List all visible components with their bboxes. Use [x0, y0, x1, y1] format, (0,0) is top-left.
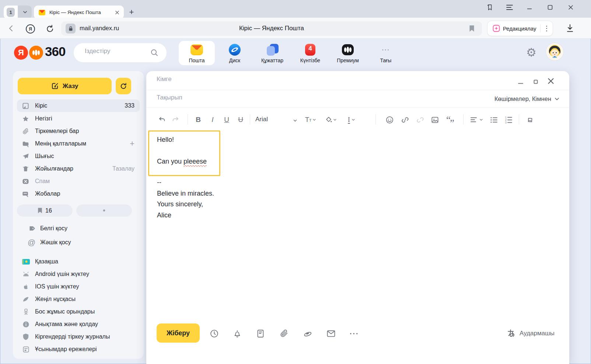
search-input[interactable]: [85, 48, 147, 55]
yandex-360-logo-icon[interactable]: [29, 46, 43, 60]
font-family-chevron-icon[interactable]: [293, 118, 297, 123]
attach-from-disk-icon[interactable]: [303, 329, 312, 338]
more-options-icon[interactable]: ⋯: [349, 329, 359, 338]
settings-gear-icon[interactable]: ⚙: [526, 46, 536, 59]
bookmarks-pill[interactable]: 16: [17, 204, 73, 217]
sidebar-item-inbox[interactable]: Кіріс 333: [17, 99, 140, 112]
numbered-list-icon[interactable]: 123: [503, 114, 514, 125]
redo-icon[interactable]: [170, 114, 181, 125]
cc-from-toggle[interactable]: Көшірмелер, Кімнен: [494, 95, 560, 102]
notify-icon[interactable]: [232, 329, 242, 338]
compose-expand-icon[interactable]: [532, 78, 540, 86]
bullet-list-icon[interactable]: [488, 114, 499, 125]
message-body-editor[interactable]: Hello! Can you pleeese -- Believe in mir…: [146, 130, 569, 322]
sidebar-item-trash[interactable]: Жойылғандар Тазалау: [17, 162, 140, 175]
tab-group-chip[interactable]: 1: [4, 6, 18, 19]
send-button[interactable]: Жіберу: [157, 323, 200, 343]
insert-image-icon[interactable]: [429, 114, 440, 125]
add-label-button[interactable]: Белгі қосу: [28, 222, 138, 235]
search-icon[interactable]: [150, 49, 158, 57]
remove-link-icon[interactable]: [415, 114, 426, 125]
bookmark-icon[interactable]: [469, 25, 475, 32]
tab-close-icon[interactable]: [115, 10, 119, 15]
font-family-select[interactable]: Arial: [255, 116, 268, 123]
service-disk[interactable]: Диск: [217, 41, 253, 65]
browser-menu-icon[interactable]: [505, 3, 514, 12]
to-field[interactable]: [157, 76, 451, 83]
sidebar-item-drafts[interactable]: Жобалар: [17, 188, 140, 200]
sidebar-item-attachments[interactable]: Тіркемелері бар: [17, 125, 140, 137]
refresh-mail-button[interactable]: [116, 78, 131, 94]
yandex-mail-favicon: [38, 9, 46, 16]
compose-close-icon[interactable]: [546, 76, 556, 86]
reload-icon[interactable]: [44, 23, 55, 34]
undo-icon[interactable]: [157, 114, 168, 125]
underline-button[interactable]: U: [221, 114, 232, 125]
compose-button[interactable]: Жазу: [18, 78, 112, 94]
edit-mode-button[interactable]: Редакциялау ⋮: [487, 21, 553, 36]
edit-menu-kebab-icon[interactable]: ⋮: [543, 24, 550, 32]
attach-from-mail-icon[interactable]: [326, 329, 336, 338]
font-size-select[interactable]: Tт: [303, 114, 318, 125]
service-mail[interactable]: Пошта: [179, 41, 215, 65]
template-icon[interactable]: [256, 329, 265, 338]
sidebar-link-help[interactable]: Анықтама және қолдау: [17, 318, 140, 330]
tab-title: Кіріс — Яндекс Пошта: [49, 10, 115, 15]
browser-tab[interactable]: Кіріс — Яндекс Пошта: [34, 6, 124, 19]
strikethrough-button[interactable]: U: [235, 114, 246, 125]
body-line-1: Hello!: [157, 136, 174, 144]
clear-trash-button[interactable]: Тазалау: [112, 165, 134, 172]
lock-icon[interactable]: [66, 24, 76, 34]
bold-button[interactable]: B: [193, 114, 204, 125]
sidebar-item-spam[interactable]: Спам: [17, 175, 140, 188]
window-close-button[interactable]: [566, 3, 576, 12]
service-docs[interactable]: Құжаттар: [254, 41, 290, 65]
yandex-logo-icon[interactable]: Я: [14, 46, 28, 60]
italic-button[interactable]: I: [207, 114, 218, 125]
clear-formatting-icon[interactable]: [524, 114, 535, 125]
dot-pill[interactable]: •: [76, 204, 132, 217]
new-tab-button[interactable]: +: [127, 7, 136, 17]
text-color-button[interactable]: I: [344, 114, 359, 125]
sidebar-item-sent[interactable]: Шығыс: [17, 150, 140, 162]
signature-line-1: Believe in miracles.: [157, 188, 214, 199]
tab-group-count: 1: [7, 8, 15, 17]
highlight-color-button[interactable]: [323, 114, 339, 125]
address-bar[interactable]: mail.yandex.ru Кіріс — Яндекс Пошта: [61, 21, 482, 36]
window-maximize-button[interactable]: [545, 3, 555, 12]
add-folder-icon[interactable]: +: [130, 139, 134, 148]
insert-link-icon[interactable]: [399, 114, 410, 125]
sidebar-link-ios[interactable]: IOS үшін жүктеу: [17, 280, 140, 293]
align-select[interactable]: [468, 114, 485, 125]
service-calendar[interactable]: 4 Күнтізбе: [292, 41, 328, 65]
window-minimize-button[interactable]: [525, 3, 534, 12]
sidebar-link-vacancies[interactable]: Бос жұмыс орындары: [17, 305, 140, 318]
compose-minimize-icon[interactable]: [517, 78, 525, 86]
tab-group-dropdown[interactable]: [18, 6, 32, 19]
yandex-browser-icon[interactable]: Я: [25, 24, 35, 34]
add-mailbox-button[interactable]: @ Жәшік қосу: [28, 236, 138, 249]
calendar-app-icon: 4: [303, 43, 317, 57]
drafts-icon: [22, 190, 29, 197]
service-more[interactable]: ⋯ Тағы: [368, 41, 404, 65]
sidebar-link-kazakh[interactable]: Қазақша: [17, 255, 140, 268]
schedule-send-icon[interactable]: [209, 329, 219, 338]
translator-button[interactable]: Аудармашы: [507, 329, 555, 338]
sidebar-link-login-journal[interactable]: Кіргендерді тіркеу журналы: [17, 330, 140, 343]
service-premium[interactable]: Премиум: [330, 41, 366, 65]
user-avatar[interactable]: [546, 43, 563, 60]
sidebar-item-main[interactable]: Негізгі: [17, 112, 140, 125]
sidebar-item-my-folders[interactable]: Менің қалталарым +: [17, 137, 140, 150]
at-icon: @: [28, 238, 35, 247]
subject-field[interactable]: [157, 94, 451, 101]
back-icon[interactable]: [6, 21, 16, 35]
attach-file-icon[interactable]: [279, 329, 289, 338]
reading-panel-icon[interactable]: [485, 3, 494, 12]
search-box[interactable]: [74, 43, 167, 62]
downloads-icon[interactable]: [564, 22, 576, 34]
emoji-icon[interactable]: [384, 114, 395, 125]
blockquote-icon[interactable]: “”: [443, 114, 457, 125]
sidebar-link-android[interactable]: Android үшін жүктеу: [17, 268, 140, 280]
sidebar-link-lite[interactable]: Жеңіл нұсқасы: [17, 293, 140, 305]
sidebar-link-recommendation-rules[interactable]: Ұсынымдар ережелері: [17, 343, 140, 356]
